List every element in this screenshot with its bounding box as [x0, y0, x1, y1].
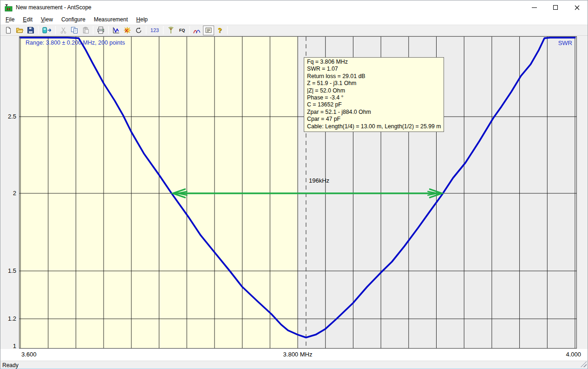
app-icon: [5, 4, 13, 12]
minimize-icon: [532, 7, 537, 8]
menu-edit[interactable]: Edit: [19, 15, 37, 24]
status-bar: Ready: [0, 361, 588, 369]
refresh-icon: [135, 27, 142, 34]
device-export-icon: [42, 26, 52, 34]
burst-clear-icon: [124, 26, 131, 34]
y-tick-1.2: 1.2: [0, 315, 16, 322]
swr-chart-canvas[interactable]: [20, 37, 576, 348]
swr-plot[interactable]: Range: 3.800 ± 0.200 MHz, 200 points SWR…: [19, 36, 577, 349]
open-file-button[interactable]: [14, 26, 25, 35]
graph-button[interactable]: [111, 26, 122, 35]
toolbar-separator: [108, 26, 109, 34]
y-tick-2: 2: [0, 190, 16, 197]
toolbar-separator: [55, 26, 56, 34]
maximize-icon: [553, 5, 558, 10]
numeric-123-icon: 123: [150, 27, 159, 33]
paste-button[interactable]: [80, 26, 91, 35]
y-tick-1: 1: [0, 343, 16, 349]
new-document-button[interactable]: [3, 26, 14, 35]
chart-client-area: 2.5 2 1.5 1.2 1 Range: 3.800 ± 0.200 MHz…: [0, 36, 588, 349]
save-button[interactable]: [25, 26, 36, 35]
close-icon: [575, 5, 580, 10]
toolbar: 123 FQ ?: [0, 25, 588, 36]
print-button[interactable]: [95, 26, 106, 35]
curves-overlay-button[interactable]: [192, 26, 203, 35]
minimize-button[interactable]: [523, 0, 545, 14]
open-folder-icon: [16, 26, 24, 34]
y-tick-2.5: 2.5: [0, 113, 16, 120]
cursor-info-tooltip: Fq = 3.806 MHzSWR = 1.07Return loss = 29…: [304, 57, 444, 132]
toolbar-separator: [163, 26, 163, 34]
window-title: New measurement - AntScope: [16, 4, 91, 11]
close-button[interactable]: [566, 0, 588, 14]
data-panel-icon: [205, 26, 212, 34]
menu-file[interactable]: File: [1, 15, 19, 24]
export-to-device-button[interactable]: [40, 26, 53, 35]
menu-configure[interactable]: Configure: [57, 15, 90, 24]
antenna-icon: [167, 26, 175, 34]
new-document-icon: [5, 26, 12, 34]
toolbar-separator: [93, 26, 93, 34]
cut-button[interactable]: [58, 26, 69, 35]
bandwidth-label: 196kHz: [309, 177, 329, 184]
status-text: Ready: [2, 362, 19, 369]
frequency-button[interactable]: FQ: [176, 26, 188, 35]
toolbar-separator: [146, 26, 146, 34]
x-tick-left: 3.600: [21, 351, 37, 358]
swr-axis-label: SWR: [558, 40, 572, 46]
resize-grip[interactable]: [581, 361, 587, 367]
numeric-data-button[interactable]: 123: [148, 26, 161, 35]
title-bar: New measurement - AntScope: [0, 0, 588, 14]
fq-icon: FQ: [179, 28, 185, 33]
curves-overlay-icon: [193, 27, 202, 34]
graph-icon: [112, 26, 120, 34]
y-tick-1.5: 1.5: [0, 267, 16, 274]
clear-button[interactable]: [122, 26, 133, 35]
help-button[interactable]: ?: [214, 26, 225, 35]
toolbar-separator: [38, 26, 39, 34]
antscope-window: New measurement - AntScope File Edit Vie…: [0, 0, 588, 369]
x-tick-right: 4.000: [566, 351, 581, 358]
maximize-button[interactable]: [545, 0, 566, 14]
paste-icon: [82, 26, 89, 34]
menu-view[interactable]: View: [37, 15, 57, 24]
help-icon: ?: [218, 26, 222, 34]
toolbar-separator: [227, 26, 228, 34]
x-axis-band: 3.600 3.800 MHz 4.000: [0, 349, 588, 361]
copy-button[interactable]: [69, 26, 80, 35]
save-icon: [27, 26, 34, 34]
antenna-button[interactable]: [165, 26, 176, 35]
range-label: Range: 3.800 ± 0.200 MHz, 200 points: [26, 40, 125, 46]
copy-icon: [71, 26, 78, 34]
x-tick-center: 3.800 MHz: [268, 351, 328, 358]
toolbar-separator: [189, 26, 190, 34]
menu-measurement[interactable]: Measurement: [90, 15, 132, 24]
menu-bar: File Edit View Configure Measurement Hel…: [1, 14, 588, 25]
print-icon: [97, 26, 105, 34]
menu-help[interactable]: Help: [132, 15, 152, 24]
data-panel-toggle-button[interactable]: [203, 26, 214, 35]
cut-icon: [60, 27, 67, 34]
refresh-button[interactable]: [133, 26, 144, 35]
